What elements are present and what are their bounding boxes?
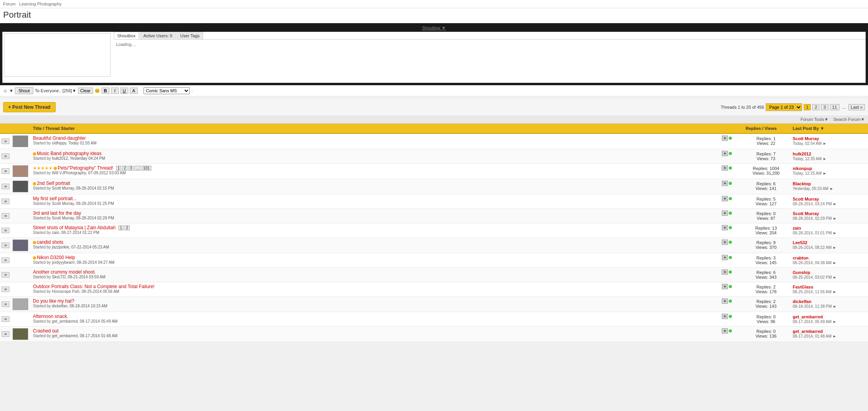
- thread-title-link[interactable]: Nikon D3200 Help: [37, 255, 75, 260]
- bold-button[interactable]: B: [102, 88, 109, 94]
- thread-title-link[interactable]: My first self portrait...: [33, 196, 76, 201]
- views-sort[interactable]: Views: [764, 126, 777, 131]
- starter-link[interactable]: Scott Murray, 08-28-2014 01:25 PM: [52, 201, 114, 206]
- last-post-user-link[interactable]: Lee532: [793, 240, 807, 245]
- envelope-icon: ✉: [2, 316, 9, 322]
- tab-shoutbox[interactable]: Shoutbox: [114, 32, 139, 39]
- italic-button[interactable]: I: [111, 88, 119, 94]
- envelope-icon: ✉: [2, 168, 9, 174]
- starter-link[interactable]: SkvLTD, 08-21-2014 03:59 AM: [52, 275, 106, 279]
- page-last[interactable]: Last »: [848, 104, 865, 110]
- thread-title-link[interactable]: Afternoon snack.: [33, 314, 68, 319]
- replies-count: Replies: 7: [746, 152, 786, 156]
- meta-icon: ⚑: [722, 255, 728, 260]
- last-post-user-link[interactable]: zain: [793, 226, 801, 230]
- last-post-user-link[interactable]: get_armbarred: [793, 329, 823, 334]
- starter-link[interactable]: oldhippy, Today 01:55 AM: [52, 141, 96, 145]
- starter-link[interactable]: Scott Murray, 08-28-2014 02:29 PM: [52, 216, 114, 220]
- lastpost-cell: Lee532 08-26-2014, 08:22 AM ►: [790, 238, 868, 253]
- font-select[interactable]: Comic Sans MS Arial Times New Roman: [144, 87, 190, 94]
- views-count: Views: 73: [746, 156, 786, 161]
- starter-link[interactable]: Will VJPhotography, 07-09-2012 03:03 AM: [52, 171, 126, 175]
- shout-button[interactable]: Shout: [15, 87, 33, 94]
- thread-title-link[interactable]: Street shots of Malaysia | Zain Abdullah: [33, 225, 116, 230]
- last-post-user-link[interactable]: FastGlass: [793, 285, 813, 289]
- title-sort[interactable]: Title: [33, 126, 42, 131]
- underline-button[interactable]: U: [120, 88, 128, 94]
- thread-page-link[interactable]: ...: [135, 166, 141, 171]
- shoutbox-input[interactable]: [4, 33, 111, 77]
- lastpost-cell: Scott Murray 08-28-2014, 02:29 PM ►: [790, 209, 868, 223]
- online-indicator: [729, 270, 732, 274]
- thread-page-link[interactable]: 101: [142, 166, 151, 171]
- thread-title-link[interactable]: Crashed out: [33, 328, 58, 334]
- envelope-cell: ✉: [0, 327, 11, 342]
- starter-link[interactable]: get_armbarred, 08-17-2014 05:49 AM: [52, 319, 117, 323]
- last-post-user-link[interactable]: Scott Murray: [793, 136, 819, 141]
- starter-link[interactable]: jazzjunkie, 07-22-2014 05:23 AM: [52, 245, 109, 249]
- table-row: ✉ Nikon D3200 Help Started by jordyyybea…: [0, 253, 868, 268]
- thread-title-link[interactable]: 3rd and last for the day: [33, 210, 81, 216]
- replies-sort[interactable]: Replies: [746, 126, 761, 131]
- thread-title-container: My first self portrait...: [33, 196, 708, 201]
- page-3[interactable]: 3: [821, 104, 828, 110]
- online-indicator: [729, 166, 732, 170]
- color-button[interactable]: A: [130, 88, 138, 94]
- thread-title-link[interactable]: Music Band photography ideas: [37, 151, 102, 156]
- thumbnail-cell: [11, 223, 30, 238]
- replies-count: Replies: 6: [746, 270, 786, 275]
- starter-sort[interactable]: Thread Starter: [45, 126, 75, 131]
- thread-title-link[interactable]: Outdoor Portraits Class: Not a Complete …: [33, 284, 155, 289]
- starter-link[interactable]: Horoscope Fish, 08-25-2014 05:56 AM: [52, 289, 119, 294]
- forum-tools-link[interactable]: Forum Tools▼: [801, 117, 828, 122]
- thread-title-link[interactable]: Beautiful Grand-daughter: [33, 135, 86, 141]
- thread-title-link[interactable]: Pets/"Petography" Thread!: [58, 165, 113, 171]
- last-post-user-link[interactable]: get_armbarred: [793, 314, 823, 319]
- thread-page-link[interactable]: 1: [118, 225, 124, 230]
- page-11[interactable]: 11: [830, 104, 839, 110]
- search-forum-link[interactable]: Search Forum▼: [833, 117, 865, 122]
- shoutbox-toggle[interactable]: Shoutbox ▼: [2, 26, 866, 30]
- thread-title-link[interactable]: candid shots: [37, 239, 63, 245]
- tab-user-tags[interactable]: User Tags: [177, 32, 203, 39]
- starter-link[interactable]: zain, 08-27-2014 01:22 PM: [52, 230, 99, 235]
- meta-icons: ⚑: [713, 284, 741, 289]
- thread-title-container: 3rd and last for the day: [33, 210, 708, 216]
- replies-count: Replies: 2: [746, 285, 786, 289]
- starter-link[interactable]: Scott Murray, 08-28-2014 02:15 PM: [52, 186, 114, 190]
- thread-title-link[interactable]: 2nd Self portrait: [37, 181, 70, 186]
- thread-page-link[interactable]: 1: [116, 166, 122, 171]
- thread-page-link[interactable]: 2: [124, 225, 130, 230]
- thumbnail-cell: [11, 327, 30, 342]
- replies-count: Replies: 0: [746, 329, 786, 334]
- breadcrumb-section[interactable]: Learning Photography: [19, 2, 62, 6]
- thread-thumbnail: [13, 181, 28, 192]
- thread-title-link[interactable]: Another crummy model shoot.: [33, 269, 96, 275]
- thread-title-link[interactable]: Do you like my hat?: [33, 298, 74, 304]
- post-new-thread-button[interactable]: + Post New Thread: [3, 102, 56, 112]
- breadcrumb-forum[interactable]: Forum: [3, 2, 16, 6]
- shoutbox-input-area: [2, 32, 112, 83]
- last-post-user-link[interactable]: hulk2012: [793, 152, 811, 156]
- page-2[interactable]: 2: [812, 104, 819, 110]
- tab-active-users[interactable]: Active Users: 0: [140, 32, 176, 39]
- last-post-user-link[interactable]: crabton: [793, 256, 808, 260]
- thread-page-link[interactable]: 3: [128, 166, 134, 171]
- views-count: Views: 145: [746, 260, 786, 265]
- last-post-user-link[interactable]: dickelfan: [793, 299, 812, 304]
- last-post-user-link[interactable]: nikonpup: [793, 166, 812, 171]
- views-count: Views: 22: [746, 141, 786, 146]
- lastpost-sort[interactable]: Last Post By ▼: [793, 126, 824, 131]
- starter-link[interactable]: hulk2012, Yesterday 04:24 PM: [52, 156, 105, 161]
- starter-link[interactable]: dickelfan, 08-18-2014 10:15 AM: [52, 304, 107, 308]
- starter-link[interactable]: jordyyybearrr, 08-26-2014 04:27 AM: [52, 260, 115, 265]
- starter-link[interactable]: get_armbarred, 08-17-2014 01:48 AM: [52, 334, 117, 338]
- page-select[interactable]: Page 1 of 23: [766, 103, 802, 111]
- last-post-user-link[interactable]: Scott Murray: [793, 211, 819, 216]
- last-post-user-link[interactable]: Scott Murray: [793, 197, 819, 201]
- clear-button[interactable]: Clear: [78, 88, 93, 94]
- last-post-user-link[interactable]: Gunship: [793, 270, 810, 275]
- page-1[interactable]: 1: [804, 104, 811, 110]
- last-post-user-link[interactable]: Blacktop: [793, 181, 811, 186]
- thread-page-link[interactable]: 2: [122, 166, 127, 171]
